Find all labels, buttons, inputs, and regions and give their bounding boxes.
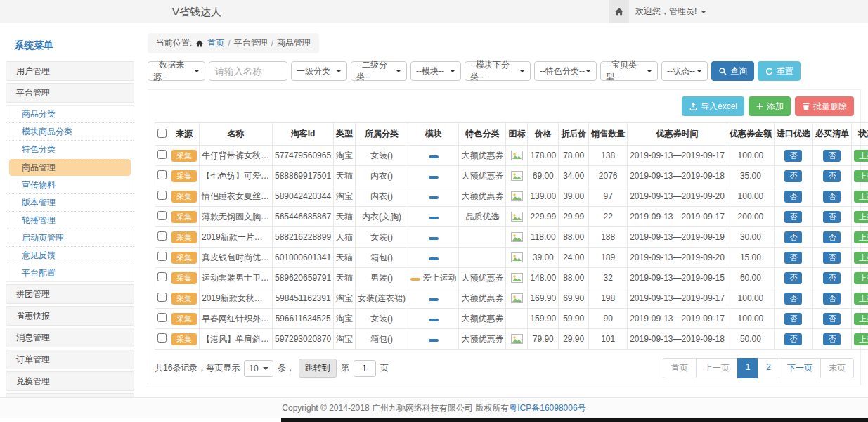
breadcrumb-home-link[interactable]: 首页 bbox=[207, 37, 224, 49]
page-number-input[interactable] bbox=[354, 360, 376, 377]
filter-select[interactable]: --宝贝类型-- bbox=[600, 61, 658, 81]
pagination-button[interactable]: 2 bbox=[758, 358, 779, 378]
filter-select-data-source[interactable]: --数据来源-- bbox=[148, 61, 205, 81]
status-badge[interactable]: 上架 bbox=[854, 150, 868, 162]
batch-delete-button[interactable]: 批量删除 bbox=[795, 96, 854, 116]
status-badge[interactable]: 上架 bbox=[854, 170, 868, 182]
name-filter-input[interactable] bbox=[209, 61, 287, 81]
status-badge[interactable]: 上架 bbox=[854, 211, 868, 223]
sidebar-group-users[interactable]: 用户管理 bbox=[6, 61, 134, 81]
pagination-button[interactable]: 下一页 bbox=[779, 358, 821, 378]
must-buy-badge[interactable]: 否 bbox=[823, 170, 841, 182]
row-checkbox[interactable] bbox=[157, 333, 167, 343]
row-checkbox[interactable] bbox=[157, 293, 167, 302]
filter-select[interactable]: --特色分类-- bbox=[534, 61, 597, 81]
sidebar-subitem[interactable]: 商品管理 bbox=[9, 159, 131, 176]
source-badge: 采集 bbox=[171, 293, 197, 305]
icp-link[interactable]: 粤ICP备16098006号 bbox=[509, 403, 585, 413]
sidebar-group[interactable]: 消息管理 bbox=[6, 328, 134, 347]
row-checkbox[interactable] bbox=[157, 211, 167, 220]
must-buy-badge[interactable]: 否 bbox=[823, 231, 841, 243]
source-badge: 采集 bbox=[171, 211, 197, 223]
import-excel-label: 导入excel bbox=[701, 101, 737, 113]
must-buy-badge[interactable]: 否 bbox=[823, 333, 841, 345]
status-badge[interactable]: 上架 bbox=[854, 293, 868, 305]
taoke-id: 588216228899 bbox=[273, 227, 334, 248]
sidebar-subitem[interactable]: 宣传物料 bbox=[6, 177, 134, 194]
product-category: 箱包() bbox=[356, 248, 408, 268]
import-select-badge[interactable]: 否 bbox=[784, 252, 802, 264]
import-select-badge[interactable]: 否 bbox=[784, 272, 802, 284]
filter-select[interactable]: --二级分类-- bbox=[351, 61, 407, 81]
pagination-button[interactable]: 首页 bbox=[663, 358, 697, 378]
status-badge[interactable]: 上架 bbox=[854, 231, 868, 243]
status-badge[interactable]: 上架 bbox=[854, 333, 868, 345]
sidebar-group[interactable]: 拼团管理 bbox=[6, 284, 134, 304]
import-select-badge[interactable]: 否 bbox=[784, 333, 802, 345]
pagination-button[interactable]: 末页 bbox=[820, 358, 854, 378]
import-select-badge[interactable]: 否 bbox=[784, 211, 802, 223]
reset-button[interactable]: 重置 bbox=[758, 61, 801, 81]
import-select-badge[interactable]: 否 bbox=[784, 170, 802, 182]
home-button[interactable] bbox=[609, 0, 629, 23]
per-page-select[interactable]: 10 bbox=[244, 360, 273, 377]
sidebar-group[interactable]: 订单管理 bbox=[6, 350, 134, 369]
must-buy-badge[interactable]: 否 bbox=[823, 211, 841, 223]
search-button[interactable]: 查询 bbox=[711, 61, 754, 81]
must-buy-badge[interactable]: 否 bbox=[823, 252, 841, 264]
sidebar-subitem[interactable]: 启动页管理 bbox=[6, 229, 134, 247]
filter-select[interactable]: 一级分类 bbox=[291, 61, 347, 81]
sidebar-subitem[interactable]: 平台配置 bbox=[6, 264, 134, 281]
import-select-badge[interactable]: 否 bbox=[784, 293, 802, 305]
sales-count: 90 bbox=[589, 309, 628, 329]
sidebar-group[interactable]: 省惠快报 bbox=[6, 306, 134, 326]
add-button-label: 添加 bbox=[767, 101, 784, 113]
import-excel-button[interactable]: 导入excel bbox=[682, 96, 744, 116]
status-badge[interactable]: 上架 bbox=[854, 313, 868, 325]
must-buy-badge[interactable]: 否 bbox=[823, 150, 841, 162]
sidebar-subitem[interactable]: 模块商品分类 bbox=[6, 123, 134, 141]
sidebar-subitem[interactable]: 版本管理 bbox=[6, 194, 134, 212]
row-checkbox[interactable] bbox=[157, 231, 167, 241]
import-select-badge[interactable]: 否 bbox=[784, 231, 802, 243]
status-badge[interactable]: 上架 bbox=[854, 272, 868, 284]
sidebar-subitem[interactable]: 商品分类 bbox=[6, 106, 134, 123]
import-select-badge[interactable]: 否 bbox=[784, 191, 802, 203]
taoke-id: 577479560965 bbox=[273, 146, 334, 166]
row-checkbox[interactable] bbox=[157, 191, 167, 200]
sidebar-group[interactable]: 兑换管理 bbox=[6, 371, 134, 391]
product-category: 女装() bbox=[356, 227, 408, 248]
filter-select[interactable]: --模块下分类-- bbox=[465, 61, 531, 81]
row-checkbox[interactable] bbox=[157, 170, 167, 179]
status-badge[interactable]: 上架 bbox=[854, 252, 868, 264]
jump-button[interactable]: 跳转到 bbox=[299, 359, 337, 378]
filter-select[interactable]: --状态-- bbox=[661, 61, 708, 81]
pagination-button[interactable]: 上一页 bbox=[696, 358, 738, 378]
row-checkbox[interactable] bbox=[157, 252, 167, 261]
sidebar-group-platform[interactable]: 平台管理 bbox=[6, 83, 134, 103]
status-badge[interactable]: 上架 bbox=[854, 191, 868, 203]
filter-select[interactable]: --模块-- bbox=[410, 61, 461, 81]
coupon-amount: 30.00 bbox=[727, 227, 774, 248]
must-buy-badge[interactable]: 否 bbox=[823, 191, 841, 203]
must-buy-badge[interactable]: 否 bbox=[823, 293, 841, 305]
must-buy-badge[interactable]: 否 bbox=[823, 272, 841, 284]
sidebar-subitem[interactable]: 特色分类 bbox=[6, 141, 134, 158]
user-menu[interactable]: 欢迎您，管理员! bbox=[635, 0, 706, 23]
import-select-badge[interactable]: 否 bbox=[784, 150, 802, 162]
row-checkbox[interactable] bbox=[157, 272, 167, 281]
import-select-badge[interactable]: 否 bbox=[784, 313, 802, 325]
caret-down-icon bbox=[701, 11, 706, 13]
sidebar-subitem[interactable]: 意见反馈 bbox=[6, 247, 134, 264]
sidebar-subitem[interactable]: 轮播管理 bbox=[6, 212, 134, 229]
product-type: 天猫 bbox=[334, 248, 356, 268]
add-button[interactable]: 添加 bbox=[749, 96, 791, 116]
select-all-checkbox[interactable] bbox=[157, 129, 167, 138]
product-image-icon bbox=[511, 232, 523, 242]
must-buy-badge[interactable]: 否 bbox=[823, 313, 841, 325]
module-badge bbox=[429, 257, 439, 260]
chevron-down-icon bbox=[194, 70, 200, 72]
row-checkbox[interactable] bbox=[157, 150, 167, 159]
row-checkbox[interactable] bbox=[157, 313, 167, 322]
pagination-button[interactable]: 1 bbox=[737, 358, 759, 378]
